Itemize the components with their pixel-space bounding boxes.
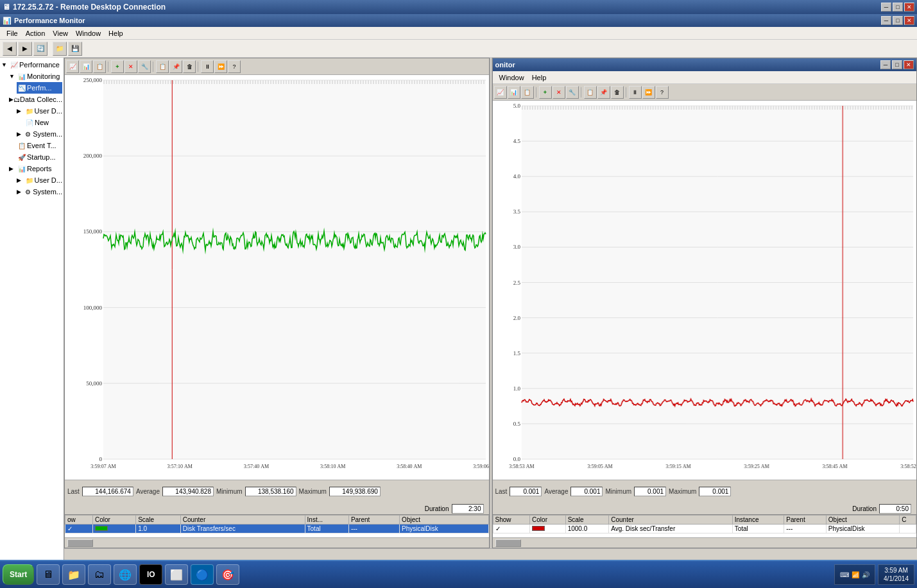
tree-reports[interactable]: ▶ 📊 Reports [9, 163, 62, 174]
toolbar-btn-4[interactable]: 📁 [53, 42, 67, 56]
menu-action[interactable]: Action [22, 29, 49, 38]
minimize-button[interactable]: ─ [881, 3, 891, 12]
p1-btn-graph[interactable]: 📈 [66, 60, 79, 73]
p2-th-color: Color [530, 516, 566, 525]
p2-menu-window[interactable]: Window [495, 73, 528, 82]
p2-menu-help[interactable]: Help [528, 73, 551, 82]
taskbar-app-5[interactable]: IO [139, 564, 162, 585]
toolbar-btn-1[interactable]: ◀ [3, 42, 17, 56]
tree-datacollector[interactable]: ▶ 🗂 Data Collec... [9, 94, 62, 105]
p2-btn-help[interactable]: ? [656, 86, 669, 99]
tree-system[interactable]: ▶ ⚙ System... [17, 128, 62, 140]
new-icon: 📄 [24, 117, 35, 128]
system-tray[interactable]: ⌨ 📶 🔊 [834, 564, 875, 585]
toolbar-btn-5[interactable]: 💾 [68, 42, 82, 56]
panel2-scroll-thumb[interactable] [495, 539, 521, 547]
maximize-button[interactable]: □ [893, 3, 903, 12]
panel2-scrollbar[interactable] [493, 537, 917, 548]
taskbar-app-2[interactable]: 📁 [62, 564, 85, 585]
p1-btn-report[interactable]: 📋 [93, 60, 106, 73]
p2-controls[interactable]: ─ □ ✕ [880, 60, 914, 69]
expand-userd2[interactable]: ▶ [17, 177, 24, 183]
tree-system2[interactable]: ▶ ⚙ System... [17, 186, 62, 197]
p2-btn-step[interactable]: ⏩ [642, 86, 655, 99]
eventtrace-icon: 📋 [17, 140, 27, 151]
toolbar-btn-2[interactable]: ▶ [18, 42, 32, 56]
table-row[interactable]: ✓ 1000.0 Avg. Disk sec/Transfer Total --… [493, 525, 916, 533]
tree-monitoring[interactable]: ▼ 📊 Monitoring [9, 71, 62, 82]
expand-system2[interactable]: ▶ [17, 189, 24, 195]
tree-startup[interactable]: 🚀 Startup... [17, 151, 62, 163]
p1-btn-clear[interactable]: 🗑 [183, 60, 196, 73]
table-row[interactable]: ✓ 1.0 Disk Transfers/sec Total --- Physi… [65, 525, 489, 533]
p1-btn-histogram[interactable]: 📊 [80, 60, 92, 73]
p1-th-parent: Parent [348, 516, 399, 525]
app-close[interactable]: ✕ [904, 16, 914, 25]
expand-reports[interactable]: ▶ [9, 165, 17, 172]
p1-btn-copy[interactable]: 📋 [156, 60, 169, 73]
p2-th-inst: Instance [732, 516, 784, 525]
expand-root[interactable]: ▼ [1, 62, 9, 68]
p2-minimize[interactable]: ─ [880, 60, 891, 69]
menu-view[interactable]: View [49, 29, 72, 38]
p2-btn-graph[interactable]: 📈 [494, 86, 507, 99]
app-controls[interactable]: ─ □ ✕ [881, 16, 914, 25]
p2-btn-remove[interactable]: ✕ [553, 86, 565, 99]
p2-sep2 [581, 87, 582, 97]
p2-btn-props[interactable]: 🔧 [566, 86, 579, 99]
app-maximize[interactable]: □ [893, 16, 903, 25]
p1-min-value: 138,538.160 [245, 487, 296, 496]
tree-userd2-label: User D... [35, 176, 62, 184]
menu-help[interactable]: Help [105, 29, 127, 38]
p2-btn-freeze[interactable]: ⏸ [629, 86, 642, 99]
p2-btn-add[interactable]: + [539, 86, 552, 99]
tree-perfmon[interactable]: 📉 Perfm... [17, 82, 62, 94]
app-minimize[interactable]: ─ [881, 16, 891, 25]
p2-btn-paste[interactable]: 📌 [597, 86, 610, 99]
p1-btn-remove[interactable]: ✕ [124, 60, 137, 73]
expand-userdefined[interactable]: ▶ [17, 108, 24, 114]
app-title: Performance Monitor [14, 17, 85, 24]
p1-btn-help[interactable]: ? [228, 60, 241, 73]
tree-userd2[interactable]: ▶ 📁 User D... [17, 174, 62, 186]
p2-avg-value: 0.001 [570, 487, 603, 496]
p1-th-show: ow [65, 516, 93, 525]
p1-btn-add[interactable]: + [111, 60, 124, 73]
p1-dur-label: Duration [425, 505, 449, 512]
menu-file[interactable]: File [3, 29, 22, 38]
menu-window[interactable]: Window [72, 29, 105, 38]
p1-btn-paste[interactable]: 📌 [169, 60, 182, 73]
p2-maximize[interactable]: □ [892, 60, 902, 69]
p1-btn-freeze[interactable]: ⏸ [201, 60, 214, 73]
expand-monitoring[interactable]: ▼ [9, 73, 17, 80]
taskbar-app-3[interactable]: 🗂 [88, 564, 111, 585]
start-button[interactable]: Start [3, 564, 34, 585]
expand-system[interactable]: ▶ [17, 131, 24, 137]
taskbar-app-7[interactable]: 🔵 [191, 564, 214, 585]
tree-userdefined[interactable]: ▶ 📁 User D... [17, 105, 62, 117]
p2-btn-clear[interactable]: 🗑 [611, 86, 624, 99]
p1-btn-props[interactable]: 🔧 [138, 60, 151, 73]
tree-root[interactable]: ▼ 📈 Performance [1, 59, 62, 71]
taskbar-app-8[interactable]: 🎯 [216, 564, 239, 585]
p1-btn-step[interactable]: ⏩ [214, 60, 227, 73]
close-button[interactable]: ✕ [904, 3, 914, 12]
tree-eventtrace[interactable]: 📋 Event T... [17, 140, 62, 151]
clock[interactable]: 3:59 AM 4/1/2014 [878, 564, 914, 585]
p2-btn-copy[interactable]: 📋 [584, 86, 597, 99]
panel1-scroll-thumb[interactable] [67, 539, 93, 547]
p2-btn-histogram[interactable]: 📊 [508, 86, 520, 99]
p1-row-counter: Disk Transfers/sec [180, 525, 305, 533]
p1-min-label: Minimum [216, 488, 243, 495]
p2-close[interactable]: ✕ [904, 60, 914, 69]
taskbar-app-6[interactable]: ⬜ [165, 564, 188, 585]
taskbar-app-1[interactable]: 🖥 [37, 564, 60, 585]
taskbar-app-4[interactable]: 🌐 [114, 564, 137, 585]
tree-new-label: New [35, 119, 49, 126]
p2-btn-report[interactable]: 📋 [521, 86, 534, 99]
p2-row-object: PhysicalDisk [826, 525, 900, 533]
panel1-scrollbar[interactable] [65, 537, 489, 548]
tree-new[interactable]: 📄 New [24, 117, 62, 128]
toolbar-btn-3[interactable]: 🔄 [33, 42, 47, 56]
expand-datacollector[interactable]: ▶ [9, 96, 13, 103]
